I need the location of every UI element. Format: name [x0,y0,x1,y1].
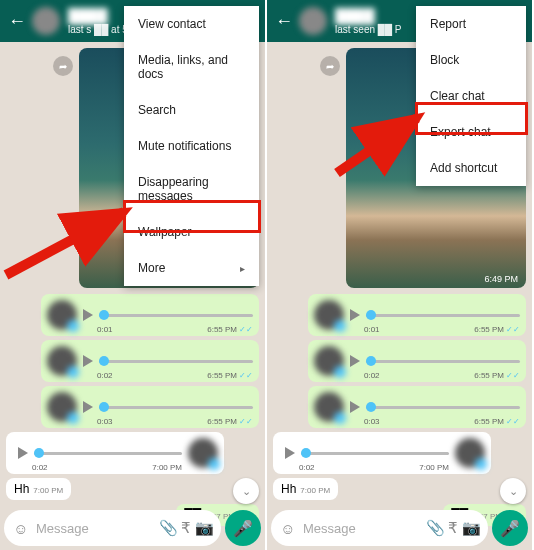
arrow-annotation [337,108,437,182]
rupee-icon[interactable]: ₹ [177,519,195,537]
play-icon[interactable] [350,355,360,367]
voice-time: 6:55 PM✓✓ [474,417,520,426]
seek-dot[interactable] [366,402,376,412]
voice-avatar [47,392,77,422]
last-seen: last seen ██ P [335,24,401,35]
chevron-right-icon: ▸ [240,263,245,274]
menu-search[interactable]: Search [124,92,259,128]
voice-track[interactable] [99,360,253,363]
voice-track[interactable] [99,314,253,317]
rupee-icon[interactable]: ₹ [444,519,462,537]
seek-dot[interactable] [366,356,376,366]
forward-icon[interactable]: ➦ [320,56,340,76]
scroll-to-bottom-button[interactable]: ⌄ [500,478,526,504]
menu-more[interactable]: More ▸ [124,250,259,286]
play-icon[interactable] [18,447,28,459]
attach-icon[interactable]: 📎 [159,519,177,537]
play-icon[interactable] [350,309,360,321]
voice-message-incoming[interactable]: 0:027:00 PM [6,432,224,474]
text-message-in[interactable]: Hh7:00 PM [6,478,71,500]
message-time: 6:49 PM [484,274,518,284]
arrow-annotation [6,200,136,284]
mic-badge-icon [334,412,346,424]
message-text: Hh [281,482,296,496]
mic-button[interactable]: 🎤 [225,510,261,546]
voice-message[interactable]: 0:016:55 PM✓✓ [41,294,259,336]
voice-message-incoming[interactable]: 0:027:00 PM [273,432,491,474]
menu-mute[interactable]: Mute notifications [124,128,259,164]
menu-media[interactable]: Media, links, and docs [124,42,259,92]
overflow-menu: View contact Media, links, and docs Sear… [124,6,259,286]
menu-view-contact[interactable]: View contact [124,6,259,42]
voice-avatar [47,300,77,330]
header-text[interactable]: ████ last seen ██ P [335,8,401,35]
play-icon[interactable] [285,447,295,459]
voice-avatar [188,438,218,468]
voice-time: 6:55 PM✓✓ [474,325,520,334]
play-icon[interactable] [83,355,93,367]
message-placeholder: Message [303,521,426,536]
contact-avatar[interactable] [299,7,327,35]
voice-duration: 0:03 [97,417,113,426]
voice-time: 6:55 PM✓✓ [207,325,253,334]
mic-badge-icon [67,366,79,378]
forward-icon[interactable]: ➦ [53,56,73,76]
message-input-box[interactable]: ☺ Message 📎 ₹ 📷 [4,510,221,546]
voice-time: 6:55 PM✓✓ [207,417,253,426]
voice-track[interactable] [34,452,182,455]
voice-duration: 0:02 [364,371,380,380]
emoji-icon[interactable]: ☺ [279,519,297,537]
voice-message[interactable]: 0:016:55 PM✓✓ [308,294,526,336]
mic-badge-icon [67,412,79,424]
message-time: 7:00 PM [33,486,63,495]
mic-badge-icon [334,366,346,378]
mic-badge-icon [67,320,79,332]
play-icon[interactable] [83,401,93,413]
seek-dot[interactable] [99,356,109,366]
screenshot-pair: ← ████ last s ██ at 5:16 View contact Me… [0,0,534,550]
play-icon[interactable] [83,309,93,321]
attach-icon[interactable]: 📎 [426,519,444,537]
contact-name: ████ [335,8,401,24]
seek-dot[interactable] [366,310,376,320]
voice-track[interactable] [366,314,520,317]
contact-avatar[interactable] [32,7,60,35]
voice-avatar [455,438,485,468]
mic-badge-icon [334,320,346,332]
phone-left: ← ████ last s ██ at 5:16 View contact Me… [0,0,265,550]
voice-message[interactable]: 0:036:55 PM✓✓ [41,386,259,428]
voice-time: 6:55 PM✓✓ [207,371,253,380]
voice-track[interactable] [366,360,520,363]
voice-duration: 0:01 [97,325,113,334]
voice-track[interactable] [99,406,253,409]
menu-disappearing[interactable]: Disappearing messages [124,164,259,214]
text-message-in[interactable]: Hh7:00 PM [273,478,338,500]
seek-dot[interactable] [99,402,109,412]
voice-message[interactable]: 0:026:55 PM✓✓ [308,340,526,382]
mic-button[interactable]: 🎤 [492,510,528,546]
camera-icon[interactable]: 📷 [195,519,213,537]
voice-duration: 0:01 [364,325,380,334]
emoji-icon[interactable]: ☺ [12,519,30,537]
input-bar: ☺ Message 📎 ₹ 📷 🎤 [271,510,528,546]
mic-badge-icon [208,458,220,470]
back-icon[interactable]: ← [8,11,26,32]
back-icon[interactable]: ← [275,11,293,32]
menu-wallpaper[interactable]: Wallpaper [124,214,259,250]
voice-track[interactable] [301,452,449,455]
seek-dot[interactable] [301,448,311,458]
menu-report[interactable]: Report [416,6,526,42]
seek-dot[interactable] [99,310,109,320]
scroll-to-bottom-button[interactable]: ⌄ [233,478,259,504]
voice-message[interactable]: 0:026:55 PM✓✓ [41,340,259,382]
voice-duration: 0:02 [299,463,315,472]
play-icon[interactable] [350,401,360,413]
camera-icon[interactable]: 📷 [462,519,480,537]
seek-dot[interactable] [34,448,44,458]
menu-block[interactable]: Block [416,42,526,78]
voice-message[interactable]: 0:036:55 PM✓✓ [308,386,526,428]
mic-badge-icon [475,458,487,470]
voice-track[interactable] [366,406,520,409]
message-input-box[interactable]: ☺ Message 📎 ₹ 📷 [271,510,488,546]
voice-time: 7:00 PM [152,463,182,472]
